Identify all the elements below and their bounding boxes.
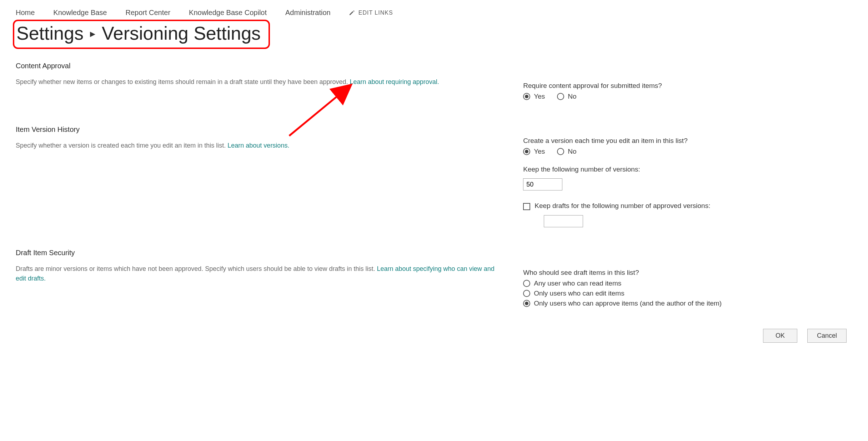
draft-visibility-question: Who should see draft items in this list? — [523, 269, 854, 277]
radio-no-label: No — [568, 93, 576, 100]
version-history-desc-text: Specify whether a version is created eac… — [16, 142, 227, 149]
version-create-question: Create a version each time you edit an i… — [523, 137, 854, 145]
breadcrumb-highlight: Settings ▸ Versioning Settings — [13, 20, 270, 49]
radio-content-approval-no[interactable]: No — [557, 93, 576, 100]
section-draft-security: Draft Item Security Drafts are minor ver… — [16, 249, 854, 307]
content-approval-desc: Specify whether new items or changes to … — [16, 77, 502, 87]
nav-administration[interactable]: Administration — [285, 9, 331, 17]
draft-security-title: Draft Item Security — [16, 249, 502, 257]
radio-draft-edit-users[interactable]: Only users who can edit items — [523, 289, 854, 297]
radio-opt2-label: Only users who can edit items — [534, 289, 624, 297]
content-approval-title: Content Approval — [16, 62, 502, 70]
radio-content-approval-yes[interactable]: Yes — [523, 93, 545, 100]
section-version-history: Item Version History Specify whether a v… — [16, 125, 854, 227]
keep-drafts-label: Keep drafts for the following number of … — [535, 202, 710, 210]
radio-icon — [523, 280, 530, 287]
radio-opt1-label: Any user who can read items — [534, 279, 621, 287]
edit-links[interactable]: EDIT LINKS — [349, 10, 393, 16]
radio-opt3-label: Only users who can approve items (and th… — [534, 299, 722, 307]
cancel-button[interactable]: Cancel — [807, 329, 847, 343]
radio-icon — [523, 290, 530, 297]
nav-report-center[interactable]: Report Center — [125, 9, 170, 17]
radio-icon — [523, 148, 530, 155]
version-history-desc: Specify whether a version is created eac… — [16, 141, 502, 150]
radio-icon — [557, 148, 564, 155]
radio-version-yes[interactable]: Yes — [523, 148, 545, 155]
radio-version-no[interactable]: No — [557, 148, 576, 155]
keep-drafts-input[interactable] — [544, 215, 583, 227]
breadcrumb: Settings ▸ Versioning Settings — [16, 23, 261, 44]
radio-draft-approve-users[interactable]: Only users who can approve items (and th… — [523, 299, 854, 307]
keep-versions-label: Keep the following number of versions: — [523, 165, 854, 173]
button-row: OK Cancel — [16, 329, 854, 343]
ok-button[interactable]: OK — [763, 329, 797, 343]
draft-security-desc-text: Drafts are minor versions or items which… — [16, 265, 377, 272]
edit-links-label: EDIT LINKS — [358, 10, 393, 16]
keep-drafts-checkbox[interactable] — [523, 203, 530, 210]
breadcrumb-parent[interactable]: Settings — [16, 23, 84, 44]
radio-yes-label: Yes — [534, 148, 545, 155]
nav-home[interactable]: Home — [16, 9, 35, 17]
top-nav: Home Knowledge Base Report Center Knowle… — [16, 9, 854, 17]
keep-versions-input[interactable] — [523, 178, 562, 190]
radio-icon — [523, 93, 530, 100]
section-content-approval: Content Approval Specify whether new ite… — [16, 62, 854, 104]
draft-security-desc: Drafts are minor versions or items which… — [16, 264, 502, 283]
version-history-title: Item Version History — [16, 125, 502, 134]
nav-knowledge-base[interactable]: Knowledge Base — [53, 9, 107, 17]
nav-kb-copilot[interactable]: Knowledge Base Copilot — [189, 9, 267, 17]
breadcrumb-current: Versioning Settings — [102, 23, 261, 44]
radio-no-label: No — [568, 148, 576, 155]
content-approval-desc-text: Specify whether new items or changes to … — [16, 78, 350, 85]
link-versions[interactable]: Learn about versions. — [227, 142, 289, 149]
radio-yes-label: Yes — [534, 93, 545, 100]
link-requiring-approval[interactable]: Learn about requiring approval. — [350, 78, 439, 85]
content-approval-question: Require content approval for submitted i… — [523, 82, 854, 90]
pencil-icon — [349, 10, 355, 16]
radio-draft-any-user[interactable]: Any user who can read items — [523, 279, 854, 287]
chevron-right-icon: ▸ — [90, 27, 95, 40]
radio-icon — [557, 93, 564, 100]
radio-icon — [523, 300, 530, 307]
